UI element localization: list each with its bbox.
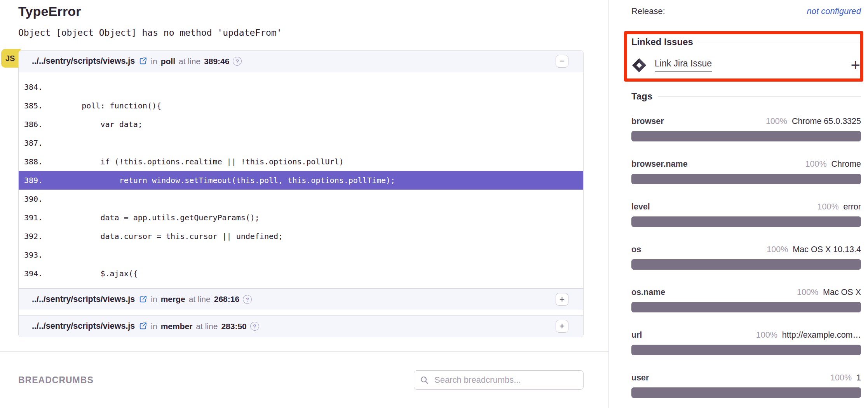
tag-row-labels: os 100% Mac OS X 10.13.4	[631, 245, 861, 255]
breadcrumbs-title: BREADCRUMBS	[18, 375, 94, 385]
header-rule	[658, 96, 861, 97]
code-line: 385. poll: function(){	[19, 96, 583, 115]
tag-row-labels: url 100% http://example.com…	[631, 330, 861, 340]
code-line: 392. data.cursor = this.cursor || undefi…	[19, 227, 583, 246]
tag-value[interactable]: Chrome 65.0.3325	[792, 117, 861, 126]
tag-distribution-bar[interactable]	[631, 345, 861, 355]
help-icon[interactable]: ?	[250, 322, 259, 331]
tag-value[interactable]: http://example.com…	[782, 330, 861, 340]
issue-detail-page: TypeError Object [object Object] has no …	[0, 0, 868, 408]
tag-row: level 100% error	[631, 202, 861, 227]
frame-function-name: merge	[161, 295, 185, 304]
frame-in-label: in	[151, 322, 157, 331]
tag-percent: 100%	[817, 202, 839, 212]
code-line: 384.	[19, 78, 583, 96]
external-link-icon[interactable]	[138, 57, 147, 66]
add-linked-issue-button[interactable]: +	[851, 59, 861, 71]
tag-row-labels: browser.name 100% Chrome	[631, 159, 861, 169]
external-link-icon[interactable]	[138, 322, 147, 331]
code-line: 390.	[19, 190, 583, 208]
exception-message: Object [object Object] has no method 'up…	[18, 28, 584, 38]
tag-key[interactable]: os.name	[631, 288, 665, 297]
tags-section: Tags browser 100% Chrome 65.0.3325	[631, 91, 861, 398]
exception-type-title: TypeError	[18, 4, 584, 19]
code-line-number: 388.	[19, 157, 44, 166]
linked-issues-title: Linked Issues	[631, 37, 693, 47]
code-line-text: $.ajax({	[44, 269, 138, 278]
code-line-number: 384.	[19, 82, 44, 92]
tag-key[interactable]: os	[631, 245, 641, 255]
tag-key[interactable]: browser	[631, 117, 664, 126]
tags-header: Tags	[631, 91, 861, 102]
expand-frame-button[interactable]: +	[556, 293, 568, 306]
frame-atline-label: at line	[179, 57, 200, 66]
stack-trace-wrap: JS ../../sentry/scripts/views.js in poll…	[18, 50, 584, 337]
frame-in-label: in	[151, 295, 157, 304]
release-not-configured-link[interactable]: not configured	[807, 6, 861, 16]
help-icon[interactable]: ?	[243, 295, 252, 304]
tag-percent: 100%	[756, 330, 777, 340]
tag-key[interactable]: level	[631, 202, 650, 212]
code-line-text: var data;	[44, 120, 143, 129]
source-code-context: 384. 385. poll: function(){ 386. var dat…	[19, 72, 583, 288]
code-line-number: 391.	[19, 213, 44, 222]
tag-percent: 100%	[805, 159, 827, 169]
tag-percent: 100%	[767, 245, 788, 255]
stack-frame-collapsed[interactable]: ../../sentry/scripts/views.js in member …	[19, 315, 583, 337]
tag-value[interactable]: 1	[856, 373, 861, 383]
stack-frame-collapsed[interactable]: ../../sentry/scripts/views.js in merge a…	[19, 288, 583, 310]
code-line: 394. $.ajax({	[19, 264, 583, 283]
collapsed-frames: ../../sentry/scripts/views.js in merge a…	[19, 288, 583, 337]
tag-value[interactable]: Mac OS X	[823, 288, 861, 297]
tag-distribution-bar[interactable]	[631, 174, 861, 184]
code-line: 387.	[19, 134, 583, 152]
external-link-icon[interactable]	[138, 295, 147, 304]
tag-row-labels: browser 100% Chrome 65.0.3325	[631, 117, 861, 126]
linked-issues-header: Linked Issues	[631, 37, 861, 47]
tag-key[interactable]: url	[631, 330, 642, 340]
tag-distribution-bar[interactable]	[631, 131, 861, 141]
code-line-number: 389.	[19, 176, 44, 185]
code-line: 393.	[19, 246, 583, 264]
linked-issues-section: Linked Issues Link Jira Issue +	[631, 37, 861, 73]
tag-row: user 100% 1	[631, 373, 861, 398]
frame-line-number: 268:16	[214, 295, 239, 304]
platform-js-badge: JS	[1, 49, 21, 68]
search-breadcrumbs-input[interactable]	[414, 370, 584, 390]
code-line-number: 387.	[19, 138, 44, 148]
tag-distribution-bar[interactable]	[631, 216, 861, 227]
frame-file-path[interactable]: ../../sentry/scripts/views.js	[32, 295, 135, 304]
tag-distribution-bar[interactable]	[631, 259, 861, 270]
frame-function-name: poll	[161, 57, 175, 66]
frame-file-path[interactable]: ../../sentry/scripts/views.js	[32, 321, 135, 331]
code-line-text: data.cursor = this.cursor || undefined;	[44, 232, 283, 241]
code-line: 391. data = app.utils.getQueryParams();	[19, 208, 583, 227]
code-line-number: 386.	[19, 120, 44, 129]
frame-line-number: 283:50	[221, 322, 246, 331]
release-row: Release: not configured	[631, 6, 861, 16]
code-line-number: 385.	[19, 101, 44, 110]
tag-distribution-bar[interactable]	[631, 302, 861, 312]
tag-value[interactable]: Chrome	[831, 159, 861, 169]
tag-key[interactable]: browser.name	[631, 159, 688, 169]
tag-row: browser.name 100% Chrome	[631, 159, 861, 184]
tag-row: os.name 100% Mac OS X	[631, 288, 861, 312]
expand-frame-button[interactable]: +	[556, 320, 568, 333]
help-icon[interactable]: ?	[233, 57, 242, 66]
code-line-number: 394.	[19, 269, 44, 278]
code-line: 389. return window.setTimeout(this.poll,…	[19, 171, 583, 190]
tag-row: os 100% Mac OS X 10.13.4	[631, 245, 861, 270]
tag-value[interactable]: error	[844, 202, 861, 212]
link-jira-issue-link[interactable]: Link Jira Issue	[655, 58, 712, 72]
tag-distribution-bar[interactable]	[631, 387, 861, 398]
stack-trace-card: ../../sentry/scripts/views.js in poll at…	[18, 50, 584, 337]
stack-frame-header-expanded[interactable]: ../../sentry/scripts/views.js in poll at…	[19, 51, 583, 72]
search-icon	[420, 375, 429, 385]
frame-file-path[interactable]: ../../sentry/scripts/views.js	[32, 56, 135, 66]
collapse-frame-button[interactable]: −	[556, 55, 568, 68]
tag-key[interactable]: user	[631, 373, 649, 383]
tag-row: url 100% http://example.com…	[631, 330, 861, 355]
tag-value[interactable]: Mac OS X 10.13.4	[793, 245, 861, 255]
tag-row-labels: level 100% error	[631, 202, 861, 212]
tag-percent: 100%	[797, 288, 818, 297]
